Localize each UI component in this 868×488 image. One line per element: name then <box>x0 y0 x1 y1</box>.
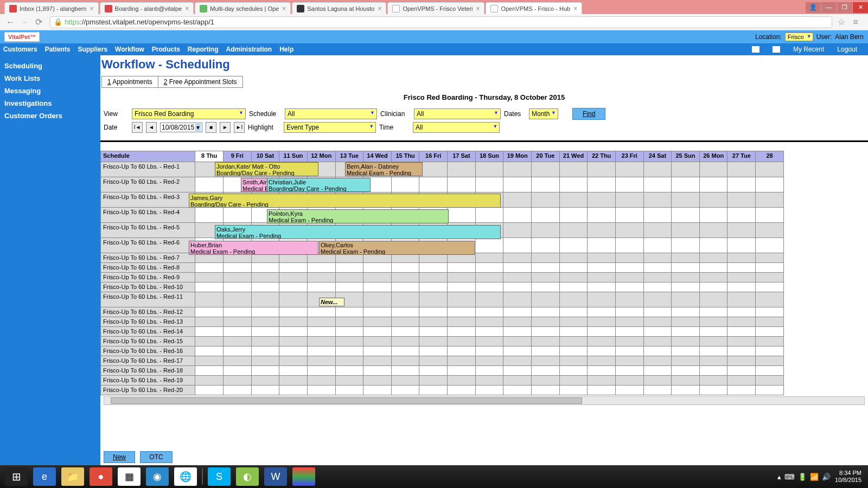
grid-cell[interactable] <box>559 376 588 386</box>
grid-cell[interactable] <box>532 386 560 395</box>
grid-cell[interactable] <box>419 356 448 366</box>
grid-cell[interactable] <box>672 307 700 317</box>
grid-cell[interactable] <box>363 356 392 366</box>
tab-close-icon[interactable]: × <box>378 5 381 12</box>
grid-cell[interactable] <box>559 346 588 356</box>
grid-cell[interactable] <box>503 192 532 208</box>
grid-cell[interactable] <box>756 346 784 356</box>
grid-cell[interactable] <box>448 177 476 192</box>
grid-cell[interactable] <box>251 273 279 282</box>
grid-cell[interactable] <box>756 223 784 238</box>
grid-cell[interactable] <box>615 307 643 317</box>
grid-cell[interactable] <box>475 356 503 366</box>
grid-cell[interactable] <box>672 376 700 386</box>
grid-cell[interactable] <box>559 273 588 282</box>
grid-cell[interactable] <box>756 292 784 307</box>
grid-cell[interactable] <box>448 317 476 327</box>
grid-cell[interactable] <box>251 346 279 356</box>
grid-cell[interactable] <box>643 253 672 263</box>
grid-cell[interactable] <box>699 223 727 238</box>
taskbar-app1-icon[interactable]: ● <box>90 467 112 486</box>
grid-cell[interactable] <box>532 307 560 317</box>
grid-cell[interactable] <box>699 307 727 317</box>
grid-cell[interactable] <box>727 386 756 395</box>
schedule-row-label[interactable]: Frisco-Up To 60 Lbs. - Red-15 <box>101 337 195 346</box>
schedule-row-label[interactable]: Frisco-Up To 60 Lbs. - Red-5 <box>101 223 195 238</box>
grid-cell[interactable] <box>391 346 419 356</box>
grid-cell[interactable] <box>419 346 448 356</box>
grid-cell[interactable] <box>532 223 560 238</box>
grid-cell[interactable] <box>307 307 335 317</box>
grid-cell[interactable] <box>419 376 448 386</box>
tab-free-slots[interactable]: 2 Free Appointment Slots <box>158 76 243 88</box>
grid-cell[interactable] <box>391 292 419 307</box>
grid-cell[interactable] <box>503 162 532 177</box>
grid-cell[interactable] <box>391 263 419 273</box>
grid-cell[interactable] <box>643 223 672 238</box>
grid-cell[interactable] <box>448 263 476 273</box>
grid-cell[interactable] <box>699 292 727 307</box>
grid-cell[interactable] <box>475 376 503 386</box>
grid-cell[interactable] <box>672 223 700 238</box>
grid-cell[interactable] <box>588 238 616 253</box>
schedule-row-label[interactable]: Frisco-Up To 60 Lbs. - Red-16 <box>101 346 195 356</box>
menu-item[interactable]: Suppliers <box>78 46 107 53</box>
col-day[interactable]: 9 Fri <box>223 151 251 162</box>
grid-cell[interactable] <box>475 366 503 376</box>
grid-cell[interactable] <box>615 223 643 238</box>
grid-cell[interactable] <box>279 337 308 346</box>
grid-cell[interactable] <box>307 346 335 356</box>
grid-cell[interactable] <box>756 327 784 337</box>
clinician-select[interactable]: All <box>414 108 501 119</box>
reload-icon[interactable]: ⟳ <box>33 16 44 28</box>
grid-cell[interactable] <box>588 223 616 238</box>
grid-cell[interactable] <box>532 208 560 223</box>
grid-cell[interactable] <box>588 317 616 327</box>
grid-cell[interactable] <box>251 317 279 327</box>
schedule-row-label[interactable]: Frisco-Up To 60 Lbs. - Red-1 <box>101 162 195 177</box>
menu-icon[interactable]: ≡ <box>850 16 861 28</box>
start-button[interactable]: ⊞ <box>5 467 28 486</box>
grid-cell[interactable] <box>615 317 643 327</box>
sidebar-item[interactable]: Customer Orders <box>4 110 96 122</box>
grid-cell[interactable] <box>699 337 727 346</box>
col-day[interactable]: 17 Sat <box>448 151 476 162</box>
grid-cell[interactable] <box>532 238 560 253</box>
forward-icon[interactable]: → <box>18 16 30 28</box>
grid-cell[interactable] <box>448 346 476 356</box>
grid-cell[interactable] <box>615 346 643 356</box>
grid-cell[interactable] <box>363 307 392 317</box>
grid-cell[interactable] <box>307 273 335 282</box>
grid-cell[interactable] <box>699 366 727 376</box>
grid-cell[interactable] <box>363 282 392 292</box>
grid-cell[interactable] <box>615 192 643 208</box>
schedule-row-label[interactable]: Frisco-Up To 60 Lbs. - Red-19 <box>101 376 195 386</box>
grid-cell[interactable] <box>559 282 588 292</box>
grid-cell[interactable] <box>615 327 643 337</box>
grid-cell[interactable] <box>279 273 308 282</box>
grid-cell[interactable] <box>727 337 756 346</box>
grid-cell[interactable] <box>475 238 503 253</box>
date-last-icon[interactable]: ►I <box>234 122 245 133</box>
grid-cell[interactable] <box>195 177 224 192</box>
menu-item[interactable]: Patients <box>45 46 71 53</box>
taskbar-skype-icon[interactable]: S <box>208 467 231 486</box>
grid-cell[interactable] <box>643 386 672 395</box>
grid-cell[interactable] <box>195 317 224 327</box>
grid-cell[interactable] <box>559 238 588 253</box>
grid-cell[interactable] <box>588 263 616 273</box>
grid-cell[interactable] <box>643 346 672 356</box>
grid-cell[interactable] <box>335 263 363 273</box>
grid-cell[interactable] <box>448 282 476 292</box>
grid-cell[interactable] <box>643 366 672 376</box>
grid-cell[interactable] <box>363 317 392 327</box>
grid-cell[interactable] <box>588 366 616 376</box>
tab-close-icon[interactable]: × <box>90 5 94 12</box>
grid-cell[interactable] <box>559 162 588 177</box>
grid-cell[interactable] <box>532 366 560 376</box>
grid-cell[interactable] <box>699 282 727 292</box>
grid-cell[interactable] <box>475 346 503 356</box>
appointment[interactable]: James,GaryBoarding/Day Care - Pending <box>189 194 501 208</box>
grid-cell[interactable] <box>335 337 363 346</box>
grid-cell[interactable] <box>419 292 448 307</box>
